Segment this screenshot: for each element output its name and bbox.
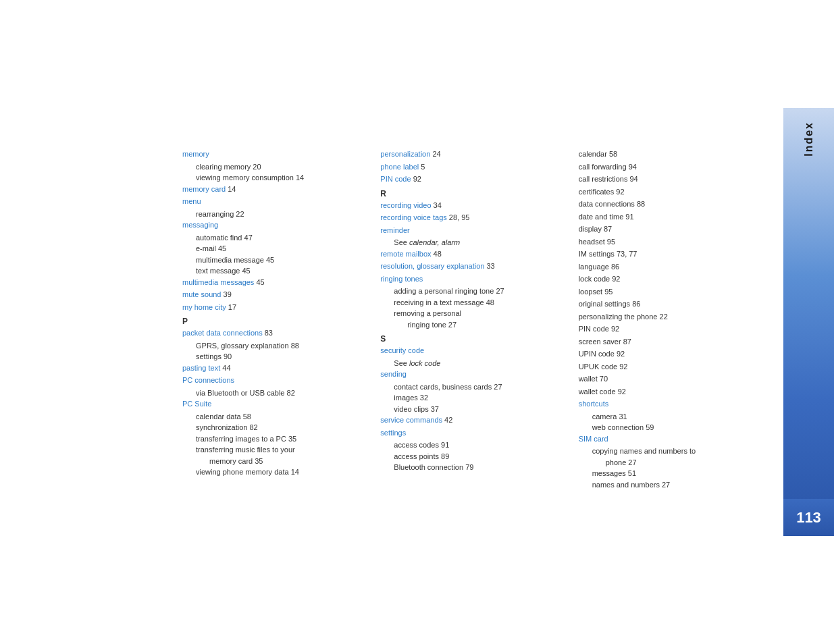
page-number: 113 (796, 509, 821, 527)
index-entry: wallet 70 (579, 373, 763, 385)
entry-link[interactable]: packet data connections (182, 329, 263, 337)
index-entry: P (182, 317, 367, 326)
page-container: Index 113 memoryclearing memory 20viewin… (0, 0, 834, 644)
index-entry: service commands 42 (380, 414, 565, 426)
index-entry: memory card 14 (182, 184, 367, 195)
index-entry: date and time 91 (579, 211, 763, 223)
entry-link[interactable]: PC connections (182, 376, 234, 384)
entry-link[interactable]: multimedia messages (182, 278, 254, 286)
index-entry: settings (380, 427, 565, 439)
index-entry: names and numbers 27 (579, 479, 763, 491)
index-entry: phone label 5 (380, 161, 565, 173)
index-entry: multimedia message 45 (182, 254, 367, 266)
index-entry: viewing memory consumption 14 (182, 172, 367, 184)
entry-link[interactable]: menu (182, 197, 201, 205)
index-entry: certificates 92 (579, 186, 763, 198)
index-entry: transferring music files to your (182, 444, 367, 456)
entry-link[interactable]: ringing tones (380, 275, 423, 283)
entry-page: 83 (263, 329, 273, 337)
entry-page: 17 (226, 303, 236, 311)
index-content: memoryclearing memory 20viewing memory c… (182, 149, 777, 490)
index-entry: access codes 91 (380, 439, 565, 451)
index-entry: resolution, glossary explanation 33 (380, 261, 565, 272)
entry-link[interactable]: resolution, glossary explanation (380, 262, 484, 270)
index-entry: automatic find 47 (182, 232, 367, 244)
entry-link[interactable]: recording voice tags (380, 213, 446, 221)
index-entry: reminder (380, 225, 565, 236)
index-entry: original settings 86 (579, 298, 763, 310)
entry-link[interactable]: memory card (182, 185, 226, 193)
index-entry: display 87 (579, 223, 763, 235)
index-entry: my home city 17 (182, 302, 367, 313)
entry-link[interactable]: messaging (182, 221, 218, 229)
entry-link[interactable]: mute sound (182, 290, 221, 298)
index-entry: lock code 92 (579, 273, 763, 285)
entry-page: 92 (411, 175, 421, 183)
index-entry: security code (380, 345, 565, 356)
index-entry: See lock code (380, 358, 565, 369)
index-entry: SIM card (579, 433, 763, 445)
entry-page: 42 (442, 416, 452, 424)
entry-link[interactable]: recording video (380, 201, 431, 209)
index-entry: pasting text 44 (182, 363, 367, 374)
entry-link[interactable]: personalization (380, 150, 430, 158)
entry-link[interactable]: remote mailbox (380, 250, 431, 258)
entry-link[interactable]: reminder (380, 226, 409, 234)
index-entry: images 32 (380, 392, 565, 404)
entry-link[interactable]: pasting text (182, 364, 220, 372)
index-entry: remote mailbox 48 (380, 248, 565, 260)
entry-link[interactable]: security code (380, 346, 424, 354)
entry-page: 39 (221, 290, 231, 298)
index-tab: Index (783, 108, 834, 527)
index-entry: Bluetooth connection 79 (380, 462, 565, 473)
index-entry: clearing memory 20 (182, 161, 367, 173)
index-entry: data connections 88 (579, 198, 763, 210)
index-entry: memory card 35 (182, 456, 367, 467)
index-entry: shortcuts (579, 398, 763, 410)
index-entry: contact cards, business cards 27 (380, 381, 565, 393)
entry-link[interactable]: phone label (380, 163, 419, 171)
index-entry: PC Suite (182, 398, 367, 410)
entry-link[interactable]: PIN code (380, 175, 411, 183)
index-entry: messaging (182, 219, 367, 231)
index-entry: ringing tones (380, 273, 565, 285)
index-entry: adding a personal ringing tone 27 (380, 286, 565, 297)
index-entry: loopset 95 (579, 286, 763, 298)
index-entry: access points 89 (380, 451, 565, 462)
index-entry: calendar 58 (579, 149, 763, 160)
index-entry: ringing tone 27 (380, 319, 565, 331)
index-entry: recording voice tags 28, 95 (380, 212, 565, 223)
entry-link[interactable]: sending (380, 370, 407, 378)
index-entry: PIN code 92 (380, 173, 565, 185)
index-entry: PC connections (182, 375, 367, 386)
entry-link[interactable]: memory (182, 150, 209, 158)
entry-link[interactable]: SIM card (579, 435, 608, 443)
index-entry: receiving in a text message 48 (380, 297, 565, 308)
index-entry: packet data connections 83 (182, 327, 367, 339)
index-entry: calendar data 58 (182, 411, 367, 423)
index-entry: transferring images to a PC 35 (182, 433, 367, 445)
index-entry: recording video 34 (380, 200, 565, 211)
index-entry: call restrictions 94 (579, 173, 763, 185)
index-column-3: calendar 58call forwarding 94call restri… (579, 149, 777, 490)
index-column-2: personalization 24phone label 5PIN code … (380, 149, 578, 490)
entry-page: 24 (430, 150, 440, 158)
index-entry: removing a personal (380, 308, 565, 319)
index-entry: memory (182, 149, 367, 160)
entry-page: 34 (432, 201, 442, 209)
entry-link[interactable]: settings (380, 429, 406, 437)
index-entry: headset 95 (579, 236, 763, 248)
entry-link[interactable]: my home city (182, 303, 226, 311)
index-tab-label: Index (803, 122, 815, 157)
entry-link[interactable]: service commands (380, 416, 442, 424)
index-entry: PIN code 92 (579, 323, 763, 335)
index-entry: e-mail 45 (182, 243, 367, 254)
index-entry: screen saver 87 (579, 336, 763, 348)
index-entry: personalizing the phone 22 (579, 311, 763, 323)
index-entry: web connection 59 (579, 422, 763, 433)
entry-italic: calendar, alarm (409, 238, 460, 246)
entry-link[interactable]: shortcuts (579, 400, 609, 408)
entry-link[interactable]: PC Suite (182, 400, 211, 408)
index-entry: text message 45 (182, 265, 367, 277)
index-entry: GPRS, glossary explanation 88 (182, 340, 367, 352)
